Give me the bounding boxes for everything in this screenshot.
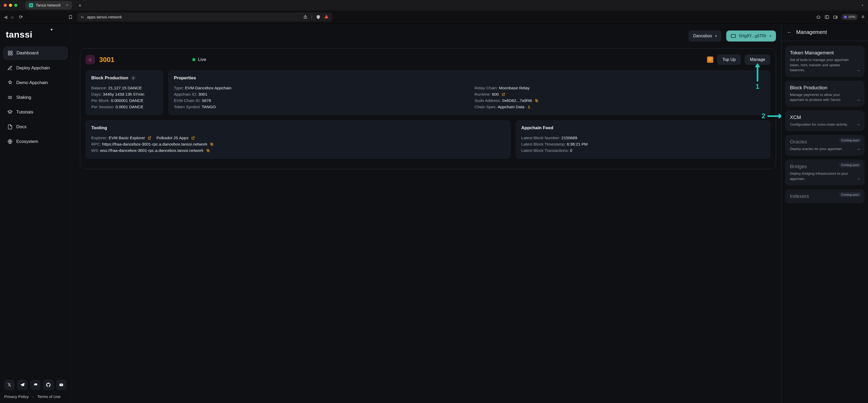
telegram-icon[interactable] xyxy=(17,380,27,390)
close-window-icon[interactable] xyxy=(4,4,7,7)
panel-head: ☺ 3001 Live Top Up Manage xyxy=(86,55,770,65)
sidebar-item-dashboard[interactable]: Dashboard xyxy=(3,46,68,60)
reload-button[interactable]: ⟳ xyxy=(19,14,23,20)
sidebar-item-label: Staking xyxy=(16,95,31,100)
tutorials-icon xyxy=(7,109,12,115)
info-icon[interactable]: i xyxy=(131,76,136,80)
copy-icon[interactable] xyxy=(206,149,210,153)
mgmt-card-indexers: Coming soon Indexers xyxy=(785,189,864,203)
sidebar-item-deploy-appchain[interactable]: Deploy Appchain xyxy=(3,62,68,74)
chevron-down-icon: ▾ xyxy=(770,34,771,38)
management-title: Management xyxy=(796,29,827,35)
sidebar-item-label: Tutorials xyxy=(16,109,33,115)
wallet-selector[interactable]: 5Hg8Y...g6TRr ▾ xyxy=(726,31,776,41)
tab-title: Tanssi Network xyxy=(36,3,61,7)
sidebar-item-staking[interactable]: Staking xyxy=(3,91,68,104)
svg-rect-7 xyxy=(8,54,10,55)
address-bar[interactable]: ⇆ apps.tanssi.network | xyxy=(77,12,332,22)
status-badge: Live xyxy=(192,57,206,62)
coming-soon-badge: Coming soon xyxy=(839,163,861,167)
external-link-icon[interactable] xyxy=(191,136,195,140)
appchain-avatar-icon: ☺ xyxy=(86,55,95,64)
polkadot-apps-link[interactable]: Polkadot JS Apps xyxy=(156,136,189,140)
staking-icon xyxy=(7,95,12,100)
sidebar-item-label: Demo Appchain xyxy=(16,80,48,86)
browser-tab[interactable]: ts Tanssi Network × xyxy=(25,1,72,9)
copy-icon[interactable] xyxy=(535,99,539,103)
ecosystem-icon xyxy=(7,139,12,144)
x-twitter-icon[interactable]: 𝕏 xyxy=(4,380,14,390)
legal-links: Privacy Policy – Terms of Use xyxy=(3,390,68,399)
wallet-address: 5Hg8Y...g6TRr xyxy=(739,34,767,38)
management-panel: ← Management Token Management Set of too… xyxy=(781,24,868,403)
card-title: Properties xyxy=(174,75,196,81)
explorer-link[interactable]: EVM Basic Explorer xyxy=(108,136,145,140)
vpn-badge[interactable]: VPN xyxy=(841,14,858,20)
card-title: Appchain Feed xyxy=(521,125,553,131)
arrow-right-icon: → xyxy=(857,122,861,127)
sidebar-item-ecosystem[interactable]: Ecosystem xyxy=(3,135,68,148)
copy-icon[interactable] xyxy=(210,142,214,146)
metamask-icon[interactable] xyxy=(707,57,713,63)
macos-titlebar: ts Tanssi Network × ＋ ▾ xyxy=(0,0,868,10)
appchain-feed-card: Appchain Feed Latest Block Number: 21506… xyxy=(516,120,770,159)
close-tab-icon[interactable]: × xyxy=(66,3,68,8)
fullscreen-window-icon[interactable] xyxy=(14,4,18,7)
discord-icon[interactable] xyxy=(30,380,40,390)
main-content: Dancebox ▾ 5Hg8Y...g6TRr ▾ ☺ 3001 Live T… xyxy=(71,24,781,403)
topup-button[interactable]: Top Up xyxy=(717,55,741,65)
tooling-card: Tooling Explorer: EVM Basic Explorer Pol… xyxy=(86,120,511,159)
mgmt-card-xcm[interactable]: XCM Configuration for cross-chain activi… xyxy=(785,110,864,131)
download-icon[interactable] xyxy=(527,105,531,109)
manage-button[interactable]: Manage xyxy=(745,55,770,65)
sidebar-item-tutorials[interactable]: Tutorials xyxy=(3,106,68,119)
block-production-card: Block Production i Balance: 21,127.15 DA… xyxy=(86,70,163,115)
arrow-right-icon: → xyxy=(857,176,861,181)
social-row: 𝕏 xyxy=(3,380,68,390)
external-link-icon[interactable] xyxy=(502,93,506,97)
terms-link[interactable]: Terms of Use xyxy=(37,394,61,399)
back-button[interactable]: ◀ xyxy=(4,14,7,20)
sidebar-item-docs[interactable]: Docs xyxy=(3,121,68,133)
extensions-icon[interactable] xyxy=(816,15,821,20)
mgmt-card-token-management[interactable]: Token Management Set of tools to manage … xyxy=(785,46,864,77)
chevron-down-icon: ▾ xyxy=(715,34,717,38)
github-icon[interactable] xyxy=(43,380,53,390)
brand-logo[interactable]: tanssi✦ xyxy=(3,29,68,40)
network-selector[interactable]: Dancebox ▾ xyxy=(688,31,721,41)
properties-card: Properties Type: EVM-Dancebox Appchain A… xyxy=(168,70,770,115)
wallet-icon[interactable] xyxy=(833,15,838,20)
sidebar-item-demo-appchain[interactable]: Demo Appchain xyxy=(3,76,68,89)
arrow-right-icon: → xyxy=(857,68,861,73)
docs-icon xyxy=(7,124,12,130)
back-arrow-icon[interactable]: ← xyxy=(787,29,792,35)
vpn-label: VPN xyxy=(848,15,856,19)
bookmark-icon[interactable] xyxy=(68,15,73,20)
card-title: Tooling xyxy=(91,125,107,131)
privacy-link[interactable]: Privacy Policy xyxy=(4,394,29,399)
brave-rewards-icon[interactable] xyxy=(324,15,329,20)
wallet-icon xyxy=(731,34,736,38)
card-title: Block Production xyxy=(91,75,128,81)
sidebar-toggle-icon[interactable] xyxy=(825,15,829,20)
site-settings-icon[interactable]: ⇆ xyxy=(81,15,84,19)
menu-icon[interactable]: ≡ xyxy=(861,14,864,20)
coming-soon-badge: Coming soon xyxy=(839,138,861,143)
minimize-window-icon[interactable] xyxy=(9,4,12,7)
sidebar-item-label: Ecosystem xyxy=(16,139,38,144)
external-link-icon[interactable] xyxy=(148,136,152,140)
share-icon[interactable] xyxy=(303,15,308,20)
forward-button[interactable]: ▶ xyxy=(11,14,15,20)
mgmt-card-block-production[interactable]: Block Production Manage payments to allo… xyxy=(785,81,864,107)
brave-shields-icon[interactable] xyxy=(316,15,321,20)
network-label: Dancebox xyxy=(693,34,712,38)
coming-soon-badge: Coming soon xyxy=(839,192,861,197)
svg-rect-4 xyxy=(836,17,837,18)
svg-rect-3 xyxy=(834,16,837,19)
url-text: apps.tanssi.network xyxy=(87,15,122,19)
sidebar: tanssi✦ Dashboard Deploy Appchain Demo A… xyxy=(0,24,71,403)
youtube-icon[interactable] xyxy=(56,380,66,390)
new-tab-button[interactable]: ＋ xyxy=(76,2,84,9)
tabs-overflow-icon[interactable]: ▾ xyxy=(862,3,863,7)
mgmt-card-bridges: Coming soon Bridges Deploy bridging infr… xyxy=(785,160,864,186)
